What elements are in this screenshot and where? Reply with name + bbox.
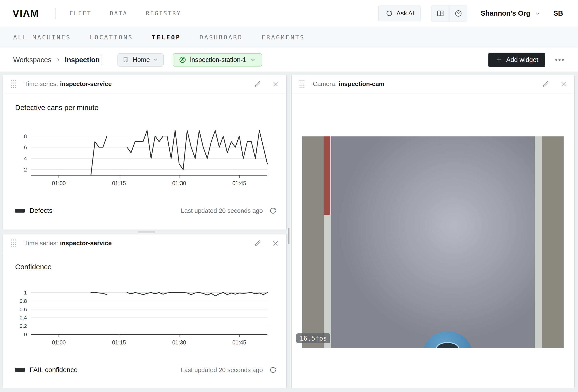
close-widget-button[interactable] [560,81,567,88]
last-updated-text: Last updated 20 seconds ago [181,366,263,374]
legend-label: Defects [30,207,52,214]
section-tabs: ALL MACHINES LOCATIONS TELEOP DASHBOARD … [0,27,578,48]
widget-camera: Camera:inspection-cam [291,75,575,388]
more-menu-button[interactable]: ••• [555,56,565,64]
location-label: Home [133,56,150,64]
widget-header: Time series:inspector-service [3,75,286,93]
ask-ai-icon [385,9,393,17]
camera-red-stripe [324,137,330,215]
pencil-icon [542,80,549,88]
svg-text:0.6: 0.6 [19,306,27,312]
widget-title: Time series:inspector-service [24,240,112,247]
defects-chart: 246801:0001:1501:3001:45 [14,122,278,186]
camera-left-column [302,137,323,348]
machine-selector[interactable]: inspection-station-1 [173,53,262,66]
machine-online-icon [179,56,186,63]
tab-teleop[interactable]: TELEOP [152,34,181,41]
refresh-icon [269,366,277,374]
svg-text:0.2: 0.2 [19,323,27,329]
tab-dashboard[interactable]: DASHBOARD [199,34,243,41]
camera-stage: 16.5fps [302,137,564,348]
pencil-icon [254,240,261,247]
svg-text:01:15: 01:15 [112,180,126,186]
camera-feed [302,137,564,348]
chevron-down-icon [153,57,159,62]
svg-text:8: 8 [24,133,27,139]
svg-text:01:00: 01:00 [52,180,66,186]
location-selector[interactable]: Home [117,53,164,66]
refresh-button[interactable] [269,366,277,374]
close-widget-button[interactable] [272,81,279,88]
header-icon-group [431,5,467,22]
workspace-name-input[interactable]: inspection [65,56,100,64]
drag-handle-icon[interactable] [10,79,17,89]
svg-text:01:45: 01:45 [232,340,246,345]
widget-header: Camera:inspection-cam [292,75,575,93]
ask-ai-label: Ask AI [396,10,414,17]
fps-badge: 16.5fps [296,333,330,343]
edit-widget-button[interactable] [542,80,549,88]
camera-pink-stripe [330,137,331,215]
header-divider [55,8,55,19]
toolbar-right: Add widget ••• [488,52,565,67]
app-header: VIΛM FLEET DATA REGISTRY Ask AI [0,0,578,27]
book-icon [436,10,444,17]
close-icon [272,81,279,88]
plus-icon [496,56,502,63]
svg-text:01:15: 01:15 [112,340,126,345]
tab-fragments[interactable]: FRAGMENTS [262,34,305,41]
camera-right-column [542,137,564,348]
svg-text:0.4: 0.4 [19,315,27,321]
chevron-down-icon [535,10,540,16]
svg-text:1: 1 [24,290,27,296]
chart-title: Confidence [15,263,52,271]
avatar[interactable]: SB [553,9,563,17]
ask-ai-button[interactable]: Ask AI [378,5,421,21]
drag-handle-icon[interactable] [10,238,17,248]
close-icon [272,240,279,247]
text-caret [102,55,102,65]
pencil-icon [254,80,261,88]
org-name: Shannon's Org [481,9,530,17]
confidence-chart: 00.20.40.60.8101:0001:1501:3001:45 [14,282,278,345]
legend-label: FAIL confidence [30,366,78,374]
svg-text:01:30: 01:30 [172,340,186,345]
svg-text:01:45: 01:45 [232,180,246,186]
tab-all-machines[interactable]: ALL MACHINES [13,34,71,41]
drag-handle-icon[interactable] [299,79,305,89]
header-nav: FLEET DATA REGISTRY [69,10,181,17]
nav-item-data[interactable]: DATA [110,10,128,17]
chevron-down-icon [250,57,256,63]
edit-widget-button[interactable] [254,240,261,247]
chart-legend: Defects [15,207,52,214]
svg-text:01:30: 01:30 [172,180,186,186]
add-widget-button[interactable]: Add widget [488,52,546,67]
svg-text:01:00: 01:00 [52,340,66,345]
tab-locations[interactable]: LOCATIONS [90,34,133,41]
edit-widget-button[interactable] [254,80,261,88]
camera-light-strip [324,215,331,348]
scrollbar-thumb[interactable] [288,228,289,244]
nav-item-fleet[interactable]: FLEET [69,10,92,17]
chart-title: Defective cans per minute [15,103,98,112]
refresh-button[interactable] [269,207,277,214]
help-button[interactable] [449,5,467,21]
svg-text:0: 0 [24,332,27,338]
org-switcher[interactable]: Shannon's Org [481,9,540,17]
breadcrumb-workspaces[interactable]: Workspaces [13,56,51,64]
svg-text:6: 6 [24,144,27,150]
widget-title: Time series:inspector-service [24,80,112,88]
widget-title: Camera:inspection-cam [313,80,384,88]
widget-timeseries-defects: Time series:inspector-service Defective … [3,75,287,230]
widget-header: Time series:inspector-service [3,235,286,252]
docs-button[interactable] [432,5,449,21]
svg-text:2: 2 [24,167,27,173]
nav-item-registry[interactable]: REGISTRY [146,10,181,17]
close-widget-button[interactable] [272,240,279,247]
legend-swatch [15,368,25,372]
machine-name: inspection-station-1 [190,56,246,64]
svg-text:4: 4 [24,155,27,161]
header-right: Ask AI Shannon's Org [378,5,566,22]
widget-resize-handle[interactable] [138,230,155,234]
building-icon [123,56,129,63]
